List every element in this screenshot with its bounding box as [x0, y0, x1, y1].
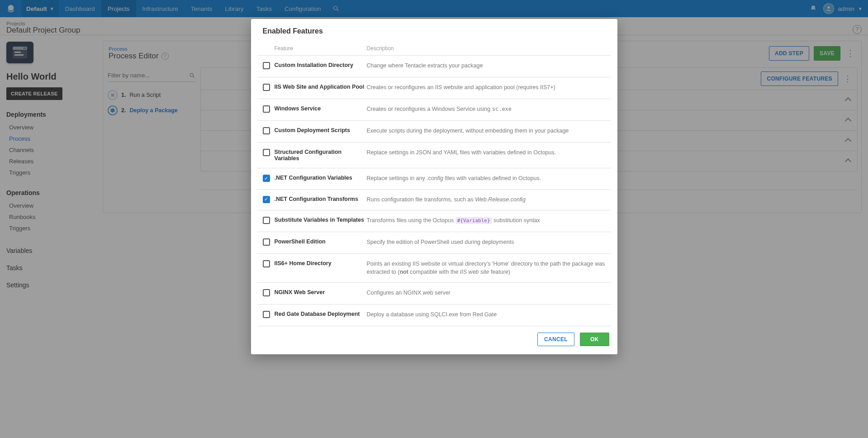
modal-overlay[interactable]: Enabled Features Feature Description Cus… [0, 0, 868, 438]
feature-name: IIS6+ Home Directory [275, 260, 367, 267]
feature-checkbox[interactable] [263, 289, 270, 296]
feature-row: Red Gate Database DeploymentDeploy a dat… [257, 304, 611, 326]
feature-checkbox[interactable] [263, 149, 270, 156]
feature-name: Windows Service [275, 105, 367, 112]
column-header-description: Description [367, 45, 606, 52]
feature-row: IIS6+ Home DirectoryPoints an existing I… [257, 253, 611, 282]
feature-checkbox[interactable] [263, 84, 270, 91]
feature-row: .NET Configuration VariablesReplace sett… [257, 168, 611, 189]
feature-row: IIS Web Site and Application PoolCreates… [257, 77, 611, 99]
feature-description: Points an existing IIS website or virtua… [367, 260, 606, 276]
feature-row: Windows ServiceCreates or reconfigures a… [257, 99, 611, 120]
feature-description: Change where Tentacle extracts your pack… [367, 62, 606, 70]
feature-row: .NET Configuration TransformsRuns config… [257, 189, 611, 210]
feature-description: Replace settings in JSON and YAML files … [367, 149, 606, 157]
feature-row: Custom Deployment ScriptsExecute scripts… [257, 120, 611, 142]
feature-row: Structured Configuration VariablesReplac… [257, 142, 611, 168]
enabled-features-dialog: Enabled Features Feature Description Cus… [251, 19, 617, 354]
feature-description: Execute scripts during the deployment, w… [367, 127, 606, 135]
feature-description: Configures an NGINX web server [367, 289, 606, 297]
dialog-title: Enabled Features [251, 19, 617, 42]
feature-row: NGINX Web ServerConfigures an NGINX web … [257, 282, 611, 304]
feature-description: Creates or reconfigures a Windows Servic… [367, 105, 606, 114]
feature-name: Substitute Variables in Templates [275, 217, 367, 223]
feature-description: Specify the edition of PowerShell used d… [367, 238, 606, 247]
feature-name: .NET Configuration Transforms [275, 196, 367, 202]
feature-checkbox[interactable] [263, 127, 270, 134]
feature-checkbox[interactable] [263, 260, 270, 267]
feature-name: Custom Installation Directory [275, 62, 367, 68]
feature-checkbox[interactable] [263, 196, 270, 203]
feature-row: Custom Installation DirectoryChange wher… [257, 55, 611, 77]
ok-button[interactable]: OK [580, 333, 609, 346]
feature-checkbox[interactable] [263, 62, 270, 69]
feature-name: .NET Configuration Variables [275, 175, 367, 181]
feature-checkbox[interactable] [263, 311, 270, 318]
feature-name: Custom Deployment Scripts [275, 127, 367, 133]
feature-description: Deploy a database using SQLCI.exe from R… [367, 311, 606, 319]
feature-description: Runs configuration file transforms, such… [367, 196, 606, 204]
feature-row: Substitute Variables in TemplatesTransfo… [257, 210, 611, 232]
feature-name: NGINX Web Server [275, 289, 367, 295]
feature-name: PowerShell Edition [275, 238, 367, 245]
feature-name: Red Gate Database Deployment [275, 311, 367, 317]
feature-checkbox[interactable] [263, 238, 270, 246]
feature-checkbox[interactable] [263, 175, 270, 182]
cancel-button[interactable]: CANCEL [537, 333, 574, 346]
feature-name: Structured Configuration Variables [275, 149, 367, 162]
feature-description: Replace settings in any .config files wi… [367, 175, 606, 183]
feature-checkbox[interactable] [263, 105, 270, 113]
feature-name: IIS Web Site and Application Pool [275, 84, 367, 90]
feature-checkbox[interactable] [263, 217, 270, 224]
feature-description: Creates or reconfigures an IIS website a… [367, 84, 606, 92]
column-header-feature: Feature [275, 45, 367, 52]
feature-description: Transforms files using the Octopus #{Var… [367, 217, 606, 225]
feature-row: PowerShell EditionSpecify the edition of… [257, 232, 611, 253]
